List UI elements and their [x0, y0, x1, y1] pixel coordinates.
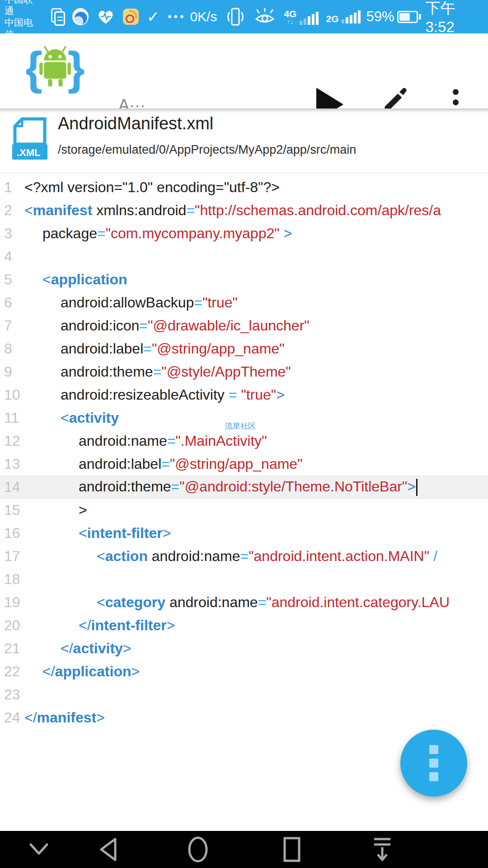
battery-percent: 59% [366, 9, 394, 25]
line-number: 12 [0, 433, 24, 449]
network-speed: 0K/s [190, 9, 217, 24]
line-number: 17 [0, 548, 24, 565]
weibo-icon [123, 9, 138, 25]
code-lines: 1<?xml version="1.0" encoding="utf-8"?>2… [0, 176, 488, 729]
code-line[interactable]: 16<intent-filter> [0, 522, 488, 545]
file-header: .XML AndroidManifest.xml /storage/emulat… [0, 108, 488, 173]
clock: 下午3:52 [426, 0, 482, 36]
code-text: <manifest xmlns:android="http://schemas.… [24, 202, 441, 219]
line-number: 13 [0, 456, 24, 472]
back-icon[interactable] [93, 831, 122, 868]
code-line[interactable]: 8android:label="@string/app_name" [0, 337, 488, 360]
code-text: <category android:name="android.intent.c… [24, 594, 450, 611]
code-line[interactable]: 13android:label="@string/app_name" [0, 453, 488, 476]
code-text: <action android:name="android.intent.act… [24, 548, 437, 565]
line-number: 9 [0, 363, 24, 380]
eye-protection-icon [253, 8, 276, 26]
line-number: 10 [0, 387, 24, 403]
file-name: AndroidManifest.xml [58, 114, 213, 133]
code-text: android:resizeableActivity = "true"> [24, 387, 285, 403]
code-line[interactable]: 15> [0, 499, 488, 522]
sim2-network-type: 2G [326, 14, 338, 24]
code-line[interactable]: 5<application [0, 268, 488, 291]
line-number: 23 [0, 686, 24, 703]
code-line[interactable]: 17<action android:name="android.intent.a… [0, 545, 488, 568]
aide-logo[interactable]: { } [26, 40, 84, 98]
code-line[interactable]: 4 [0, 245, 488, 268]
text-cursor [416, 479, 418, 496]
line-number: 20 [0, 617, 24, 634]
line-number: 14 [0, 479, 24, 495]
code-text: </application> [24, 663, 140, 680]
line-number: 6 [0, 294, 24, 311]
status-bar: 中国联通 中国电信 ✓ ••• 0K/s 4G ↑↓ [0, 0, 488, 33]
xml-file-icon: .XML [11, 116, 48, 162]
code-line[interactable]: 14android:theme="@android:style/Theme.No… [0, 476, 488, 499]
code-line[interactable]: 21</activity> [0, 637, 488, 660]
line-number: 15 [0, 502, 24, 519]
code-text: </intent-filter> [24, 617, 175, 634]
code-line[interactable]: 24</manifest> [0, 706, 488, 729]
code-text: android:name=".MainActivity" [24, 433, 267, 449]
code-line[interactable]: 19<category android:name="android.intent… [0, 591, 488, 614]
code-text: <application [24, 271, 127, 288]
line-number: 1 [0, 179, 24, 196]
app-toolbar: { } A··· [0, 33, 488, 108]
line-number: 3 [0, 225, 24, 242]
code-text: android:allowBackup="true" [24, 294, 238, 311]
line-number: 5 [0, 271, 24, 288]
line-number: 19 [0, 594, 24, 611]
code-line[interactable]: 2<manifest xmlns:android="http://schemas… [0, 199, 488, 222]
code-text: <activity [24, 410, 119, 426]
navigation-bar [0, 831, 488, 868]
signal-sim1: 4G ↑↓ [284, 9, 319, 25]
recents-icon[interactable] [278, 831, 305, 868]
more-dots-icon: ••• [168, 10, 186, 23]
code-text: android:theme="@style/AppTheme" [24, 363, 291, 380]
code-line[interactable]: 1<?xml version="1.0" encoding="utf-8"?> [0, 176, 488, 199]
signal-bars-icon [340, 10, 361, 24]
code-editor[interactable]: 1<?xml version="1.0" encoding="utf-8"?>2… [0, 173, 488, 831]
check-icon: ✓ [147, 8, 160, 26]
line-number: 18 [0, 571, 24, 588]
code-line[interactable]: 9android:theme="@style/AppTheme" [0, 360, 488, 383]
home-icon[interactable] [184, 831, 211, 868]
health-heart-icon [97, 9, 115, 25]
code-text: </manifest> [24, 709, 105, 726]
code-line[interactable]: 7android:icon="@drawable/ic_launcher" [0, 314, 488, 337]
line-number: 4 [0, 248, 24, 265]
code-text: </activity> [24, 640, 131, 657]
sim1-network-type: 4G [284, 9, 296, 19]
svg-text:.XML: .XML [17, 147, 41, 158]
code-text: android:label="@string/app_name" [24, 456, 303, 472]
traffic-arrows-icon: ↑↓ [287, 19, 293, 25]
code-line[interactable]: 18 [0, 568, 488, 591]
code-text: android:theme="@android:style/Theme.NoTi… [24, 478, 418, 496]
carrier-1: 中国联通 [5, 0, 41, 17]
code-line[interactable]: 23 [0, 683, 488, 706]
file-path: /storage/emulated/0/AppProjects/MyApp2/a… [58, 143, 356, 157]
fab-menu-icon[interactable] [400, 730, 467, 797]
code-line[interactable]: 3package="com.mycompany.myapp2" > [0, 222, 488, 245]
code-line[interactable]: 22</application> [0, 660, 488, 683]
code-line[interactable]: 10android:resizeableActivity = "true"> [0, 383, 488, 406]
line-number: 22 [0, 663, 24, 680]
line-number: 8 [0, 340, 24, 357]
code-text: > [24, 502, 87, 519]
signal-bars-icon [298, 12, 319, 25]
code-line[interactable]: 6android:allowBackup="true" [0, 291, 488, 314]
line-number: 7 [0, 317, 24, 334]
vibrate-icon [225, 6, 245, 27]
watermark-text: 流星社区 [225, 421, 256, 431]
line-number: 21 [0, 640, 24, 657]
code-text: package="com.mycompany.myapp2" > [24, 225, 292, 242]
code-text: <?xml version="1.0" encoding="utf-8"?> [24, 179, 280, 196]
code-line[interactable]: 20</intent-filter> [0, 614, 488, 637]
line-number: 24 [0, 709, 24, 726]
hide-navbar-icon[interactable] [368, 831, 397, 868]
code-text: android:label="@string/app_name" [24, 340, 285, 357]
line-number: 2 [0, 202, 24, 219]
copy-document-icon [51, 8, 64, 25]
code-line[interactable]: 12android:name=".MainActivity" [0, 429, 488, 453]
collapse-chevron-icon[interactable] [25, 831, 52, 868]
